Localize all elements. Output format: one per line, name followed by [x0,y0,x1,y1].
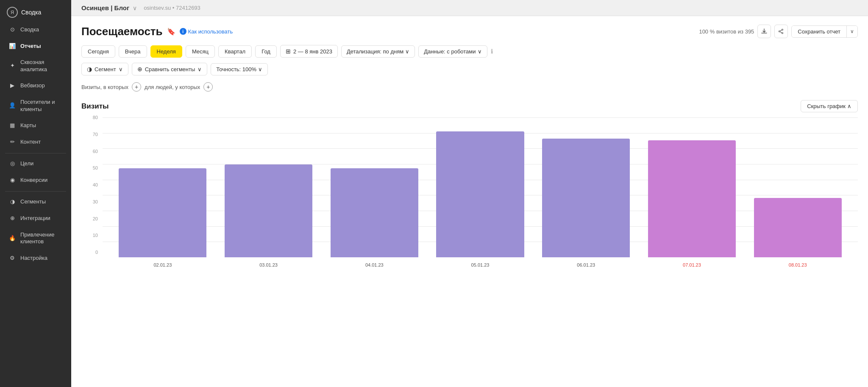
visitors-icon: 👤 [8,102,16,110]
sidebar-divider-2 [5,191,66,192]
period-tab-month[interactable]: Месяц [186,45,215,58]
sidebar-item-cross[interactable]: ✦ Сквозная аналитика [2,55,70,78]
topbar: Осинцев | Блог ∨ osintsev.su • 72412693 [71,0,868,16]
hide-chart-button[interactable]: Скрыть график ∧ [801,100,858,112]
hide-chart-chevron-icon: ∧ [847,103,851,109]
sidebar-item-visitors[interactable]: 👤 Посетители и клиенты [2,95,70,117]
add-visit-condition-button[interactable]: + [132,82,141,92]
bar-group-02.01.23[interactable]: 02.01.23 [111,117,214,257]
visits-stat: 100 % визитов из 395 [699,28,754,35]
reports-icon: 📊 [8,42,16,50]
sidebar-item-content[interactable]: ✏ Контент [2,134,70,150]
date-range-label: 2 — 8 янв 2023 [293,48,332,55]
how-to-use-link[interactable]: i Как использовать [180,28,233,35]
save-report-dropdown-icon[interactable]: ∨ [847,26,857,37]
period-tab-year[interactable]: Год [255,45,277,58]
detail-button[interactable]: Детализация: по дням ∨ [341,45,415,58]
sidebar-item-reports[interactable]: 📊 Отчеты [2,38,70,54]
y-label-30: 30 [81,199,100,204]
calendar-icon: ⊞ [286,48,291,55]
data-type-chevron-icon: ∨ [478,48,482,55]
save-report-button[interactable]: Сохранить отчет ∨ [791,25,858,38]
bar-06.01.23 [542,139,630,258]
y-label-70: 70 [81,132,100,137]
period-tab-quarter[interactable]: Квартал [218,45,252,58]
sidebar-item-svod[interactable]: ⊙ Сводка [2,22,70,38]
sidebar-item-integrations[interactable]: ⊕ Интеграции [2,211,70,227]
data-type-info-icon[interactable]: ℹ [491,48,493,55]
sidebar-item-maps[interactable]: ▦ Карты [2,118,70,134]
sidebar-label-goals: Цели [20,160,33,167]
compare-segments-button[interactable]: ⊕ Сравнить сегменты ∨ [132,63,208,75]
topbar-title[interactable]: Осинцев | Блог [81,4,129,11]
sidebar-label-maps: Карты [20,122,36,129]
sidebar-item-conversions[interactable]: ◉ Конверсии [2,173,70,189]
topbar-chevron-icon[interactable]: ∨ [133,5,137,11]
bar-group-04.01.23[interactable]: 04.01.23 [323,117,426,257]
settings-icon: ⚙ [8,254,16,262]
add-people-condition-button[interactable]: + [203,82,213,92]
bar-label-02.01.23: 02.01.23 [153,262,172,267]
date-range-button[interactable]: ⊞ 2 — 8 янв 2023 [280,45,338,58]
sidebar-item-segments[interactable]: ◑ Сегменты [2,194,70,210]
bar-group-05.01.23[interactable]: 05.01.23 [428,117,532,257]
chart-title: Визиты [81,102,108,111]
page-header: Посещаемость 🔖 i Как использовать 100 % … [81,25,858,38]
save-report-label[interactable]: Сохранить отчет [792,26,847,37]
y-label-0: 0 [81,250,100,255]
bar-group-08.01.23[interactable]: 08.01.23 [746,117,849,257]
sidebar-label-segments: Сегменты [20,198,46,206]
sidebar-item-settings[interactable]: ⚙ Настройка [2,250,70,266]
bar-label-06.01.23: 06.01.23 [577,262,595,267]
segment-button[interactable]: ◑ Сегмент ∨ [81,63,128,75]
page-title-row: Посещаемость 🔖 i Как использовать [81,25,233,38]
chart-section: Визиты Скрыть график ∧ 80706050403020100… [81,100,858,270]
bookmark-icon[interactable]: 🔖 [167,28,175,36]
page-header-right: 100 % визитов из 395 Сохранить отчет ∨ [699,25,858,38]
svg-point-0 [782,29,783,31]
data-type-label: Данные: с роботами [424,48,476,55]
sidebar-label-attraction: Привлечение клиентов [20,231,63,246]
sidebar-item-webvisor[interactable]: ▶ Вебвизор [2,78,70,94]
bar-08.01.23 [754,198,842,257]
sidebar-item-attraction[interactable]: 🔥 Привлечение клиентов [2,227,70,250]
sidebar-item-goals[interactable]: ◎ Цели [2,156,70,172]
period-tab-today[interactable]: Сегодня [81,45,115,58]
info-icon: i [180,28,186,35]
segment-filter-label: Визиты, в которых [81,84,128,90]
content-icon: ✏ [8,139,16,146]
bar-label-05.01.23: 05.01.23 [471,262,490,267]
data-type-button[interactable]: Данные: с роботами ∨ [418,45,487,58]
bars-area: 02.01.2303.01.2304.01.2305.01.2306.01.23… [103,117,858,257]
period-tab-week[interactable]: Неделя [150,45,182,58]
y-label-50: 50 [81,165,100,170]
segment-filter-row: Визиты, в которых + для людей, у которых… [81,82,858,92]
integrations-icon: ⊕ [8,215,16,223]
goals-icon: ◎ [8,160,16,168]
filters-row: ◑ Сегмент ∨ ⊕ Сравнить сегменты ∨ Точнос… [81,63,858,75]
export-button[interactable] [757,25,771,38]
chart-header: Визиты Скрыть график ∧ [81,100,858,112]
sidebar-label-settings: Настройка [20,255,47,262]
accuracy-chevron-icon: ∨ [258,66,262,72]
bar-group-06.01.23[interactable]: 06.01.23 [534,117,638,257]
bar-group-07.01.23[interactable]: 07.01.23 [640,117,744,257]
accuracy-label: Точность: 100% [216,66,256,72]
y-label-40: 40 [81,182,100,187]
compare-icon: ⊕ [137,66,142,72]
hide-chart-label: Скрыть график [807,103,846,109]
sidebar-logo[interactable]: Я Сводка [0,0,71,21]
webvisor-icon: ▶ [8,82,16,90]
bar-chart: 80706050403020100 02.01.2303.01.2304.01.… [81,117,858,270]
share-button[interactable] [774,25,788,38]
y-label-10: 10 [81,233,100,238]
people-filter-label: для людей, у которых [145,84,200,90]
segments-icon: ◑ [8,198,16,206]
accuracy-button[interactable]: Точность: 100% ∨ [211,63,268,75]
period-tab-yesterday[interactable]: Вчера [119,45,147,58]
page-title: Посещаемость [81,25,163,38]
bar-group-03.01.23[interactable]: 03.01.23 [217,117,320,257]
sidebar-label-content: Контент [20,139,41,146]
y-label-80: 80 [81,115,100,120]
maps-icon: ▦ [8,122,16,130]
